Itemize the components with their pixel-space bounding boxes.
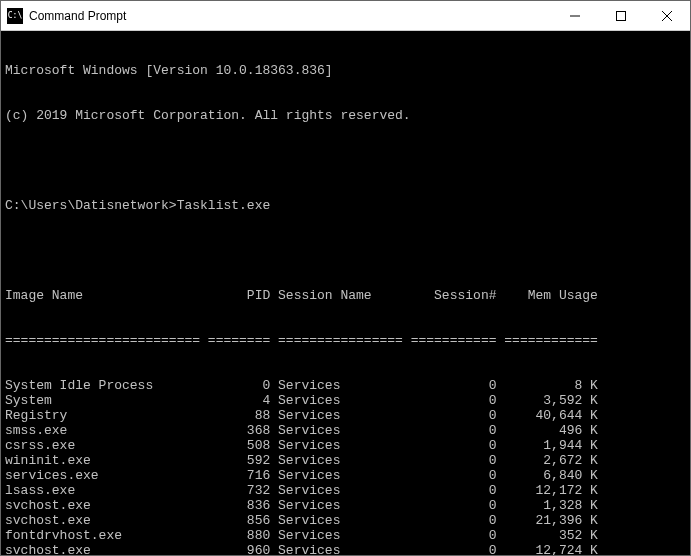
- table-row: csrss.exe 508 Services 0 1,944 K: [5, 438, 686, 453]
- table-row: svchost.exe 836 Services 0 1,328 K: [5, 498, 686, 513]
- table-row: System Idle Process 0 Services 0 8 K: [5, 378, 686, 393]
- close-button[interactable]: [644, 1, 690, 30]
- cmd-icon: C:\: [7, 8, 23, 24]
- table-row: wininit.exe 592 Services 0 2,672 K: [5, 453, 686, 468]
- banner-line: Microsoft Windows [Version 10.0.18363.83…: [5, 63, 686, 78]
- prompt-line: C:\Users\Datisnetwork>Tasklist.exe: [5, 198, 686, 213]
- table-row: lsass.exe 732 Services 0 12,172 K: [5, 483, 686, 498]
- terminal-output[interactable]: Microsoft Windows [Version 10.0.18363.83…: [1, 31, 690, 555]
- banner-line: (c) 2019 Microsoft Corporation. All righ…: [5, 108, 686, 123]
- window-title: Command Prompt: [29, 9, 552, 23]
- prompt-path: C:\Users\Datisnetwork>: [5, 198, 177, 213]
- table-row: svchost.exe 856 Services 0 21,396 K: [5, 513, 686, 528]
- table-header: Image Name PID Session Name Session# Mem…: [5, 288, 686, 303]
- maximize-button[interactable]: [598, 1, 644, 30]
- table-row: fontdrvhost.exe 880 Services 0 352 K: [5, 528, 686, 543]
- minimize-button[interactable]: [552, 1, 598, 30]
- table-row: services.exe 716 Services 0 6,840 K: [5, 468, 686, 483]
- window-controls: [552, 1, 690, 30]
- blank-line: [5, 153, 686, 168]
- table-row: svchost.exe 960 Services 0 12,724 K: [5, 543, 686, 555]
- table-row: smss.exe 368 Services 0 496 K: [5, 423, 686, 438]
- table-row: Registry 88 Services 0 40,644 K: [5, 408, 686, 423]
- blank-line: [5, 243, 686, 258]
- table-separator: ========================= ======== =====…: [5, 333, 686, 348]
- svg-rect-1: [617, 11, 626, 20]
- titlebar: C:\ Command Prompt: [1, 1, 690, 31]
- table-row: System 4 Services 0 3,592 K: [5, 393, 686, 408]
- command-prompt-window: C:\ Command Prompt Microsoft Windows [Ve…: [0, 0, 691, 556]
- prompt-command: Tasklist.exe: [177, 198, 271, 213]
